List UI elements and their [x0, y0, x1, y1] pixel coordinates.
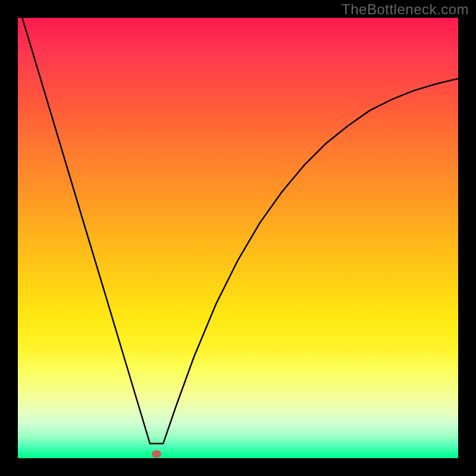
bottleneck-curve — [22, 18, 458, 444]
curve-svg — [18, 18, 458, 458]
plot-area — [18, 18, 458, 458]
chart-frame: TheBottleneck.com — [0, 0, 476, 476]
watermark-text: TheBottleneck.com — [342, 1, 469, 18]
optimum-marker — [152, 450, 161, 458]
